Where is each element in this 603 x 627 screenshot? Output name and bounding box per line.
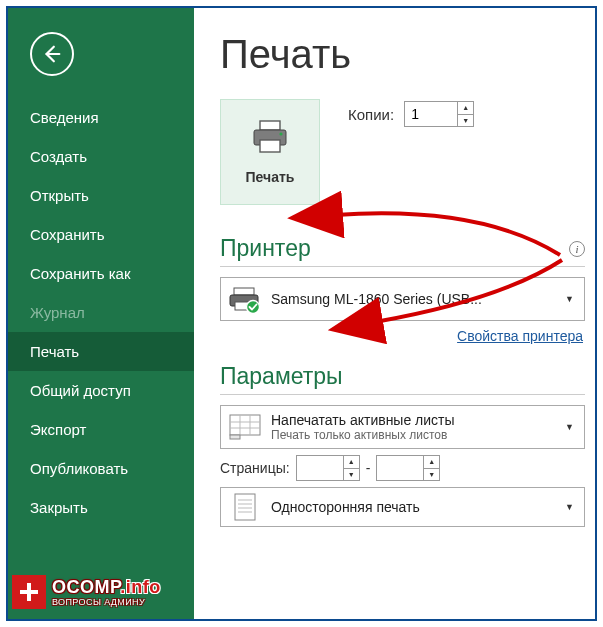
pages-from-spinner[interactable]: ▲ ▼ [296, 455, 360, 481]
print-button-label: Печать [246, 169, 295, 185]
sidebar-item-save[interactable]: Сохранить [8, 215, 194, 254]
pages-to-input[interactable] [377, 456, 423, 480]
watermark-suffix: .info [120, 577, 161, 597]
svg-rect-3 [260, 140, 280, 152]
svg-point-8 [247, 301, 260, 314]
copies-up[interactable]: ▲ [458, 102, 473, 115]
sidebar-item-close[interactable]: Закрыть [8, 488, 194, 527]
watermark-brand: OCOMP [52, 577, 120, 597]
section-settings-label: Параметры [220, 363, 343, 390]
section-printer-label: Принтер [220, 235, 311, 262]
info-icon[interactable]: i [569, 241, 585, 257]
pages-from-up[interactable]: ▲ [344, 456, 359, 469]
sidebar-item-history: Журнал [8, 293, 194, 332]
sidebar-item-open[interactable]: Открыть [8, 176, 194, 215]
svg-rect-14 [230, 435, 240, 439]
arrow-left-icon [41, 43, 63, 65]
chevron-down-icon: ▼ [561, 422, 578, 432]
back-button[interactable] [30, 32, 74, 76]
print-button[interactable]: Печать [220, 99, 320, 205]
backstage-sidebar: Сведения Создать Открыть Сохранить Сохра… [8, 8, 194, 619]
sided-primary: Односторонняя печать [271, 499, 553, 515]
sidebar-item-publish[interactable]: Опубликовать [8, 449, 194, 488]
print-pane: Печать Печать Копии: ▲ ▼ [194, 8, 595, 619]
sidebar-item-export[interactable]: Экспорт [8, 410, 194, 449]
sided-dropdown[interactable]: Односторонняя печать ▼ [220, 487, 585, 527]
printer-name: Samsung ML-1860 Series (USB... [271, 291, 553, 307]
pages-from-down[interactable]: ▼ [344, 469, 359, 481]
pages-label: Страницы: [220, 460, 290, 476]
printer-properties-link[interactable]: Свойства принтера [457, 328, 583, 344]
svg-rect-15 [235, 494, 255, 520]
pages-to-down[interactable]: ▼ [424, 469, 439, 481]
sidebar-item-new[interactable]: Создать [8, 137, 194, 176]
copies-down[interactable]: ▼ [458, 115, 473, 127]
printer-dropdown[interactable]: Samsung ML-1860 Series (USB... ▼ [220, 277, 585, 321]
sidebar-item-print[interactable]: Печать [8, 332, 194, 371]
print-what-secondary: Печать только активных листов [271, 428, 553, 442]
page-title: Печать [220, 32, 585, 77]
page-single-icon [227, 492, 263, 522]
copies-label: Копии: [348, 106, 394, 123]
section-printer: Принтер i [220, 235, 585, 267]
svg-rect-5 [234, 288, 254, 295]
chevron-down-icon: ▼ [561, 502, 578, 512]
copies-spinner[interactable]: ▲ ▼ [404, 101, 474, 127]
chevron-down-icon: ▼ [561, 294, 578, 304]
sidebar-item-share[interactable]: Общий доступ [8, 371, 194, 410]
pages-to-up[interactable]: ▲ [424, 456, 439, 469]
svg-rect-9 [230, 415, 260, 435]
svg-rect-21 [20, 590, 38, 594]
svg-point-4 [279, 132, 282, 135]
printer-icon [250, 119, 290, 155]
print-what-primary: Напечатать активные листы [271, 412, 553, 428]
pages-to-spinner[interactable]: ▲ ▼ [376, 455, 440, 481]
pages-sep: - [366, 460, 371, 476]
sheets-icon [227, 414, 263, 440]
section-settings: Параметры [220, 363, 585, 395]
svg-rect-1 [260, 121, 280, 130]
printer-status-icon [227, 284, 263, 314]
print-what-dropdown[interactable]: Напечатать активные листы Печать только … [220, 405, 585, 449]
sidebar-item-info[interactable]: Сведения [8, 98, 194, 137]
watermark-sub: ВОПРОСЫ АДМИНУ [52, 598, 161, 607]
pages-from-input[interactable] [297, 456, 343, 480]
sidebar-item-save-as[interactable]: Сохранить как [8, 254, 194, 293]
copies-input[interactable] [405, 102, 457, 126]
watermark-plus-icon [12, 575, 46, 609]
watermark: OCOMP.info ВОПРОСЫ АДМИНУ [12, 575, 161, 609]
